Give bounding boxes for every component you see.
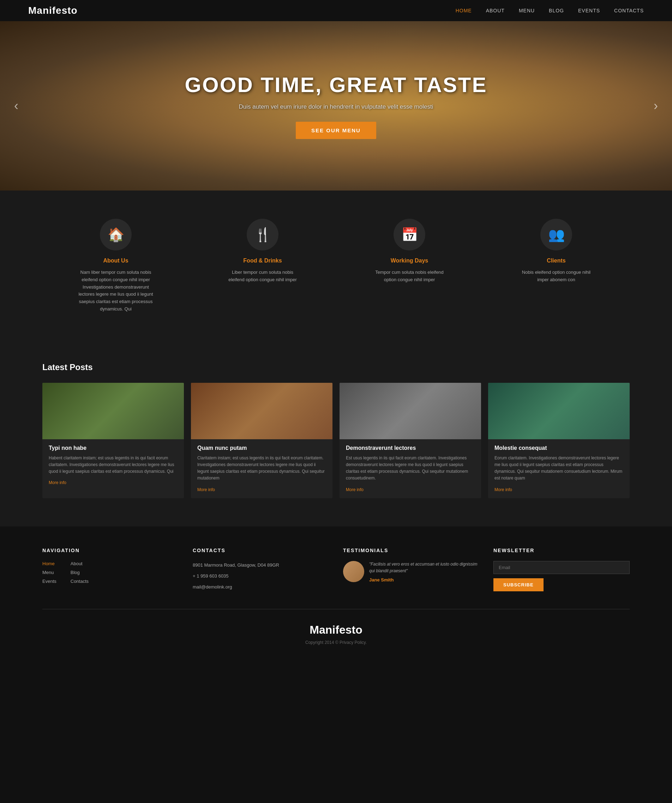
feature-food: 🍴 Food & Drinks Liber tempor cum soluta … (224, 219, 301, 284)
post-card-4: Molestie consequat Eorum claritatem. Inv… (488, 383, 630, 498)
hero-content: GOOD TIME, GREAT TASTE Duis autem vel eu… (185, 73, 487, 139)
footer: NAVIGATION Home Menu Events About Blog C… (0, 527, 672, 655)
post-card-3: Demonstraverunt lectores Est usus legent… (340, 383, 481, 498)
calendar-icon: 📅 (401, 227, 418, 242)
feature-clients: 👥 Clients Nobis eleifend option congue n… (517, 219, 595, 284)
feature-working-text: Tempor cum soluta nobis eleifend option … (371, 269, 448, 284)
feature-clients-icon-wrap: 👥 (540, 219, 572, 250)
site-logo: Manifesto (28, 5, 78, 16)
footer-contacts-info: 8901 Marmora Road, Glasgow, D04 89GR + 1… (193, 561, 329, 591)
footer-nav-col2: About Blog Contacts (71, 561, 89, 587)
feature-about-title: About Us (77, 258, 155, 264)
testimonial-content: "Facilisis at vero eros et accumsan et i… (369, 561, 479, 582)
latest-posts-title: Latest Posts (42, 362, 630, 372)
post-text-4: Eorum claritatem. Investigationes demons… (495, 455, 623, 482)
footer-nav-events[interactable]: Events (42, 579, 57, 584)
hero-title: GOOD TIME, GREAT TASTE (185, 73, 487, 97)
post-image-4 (488, 383, 630, 439)
hero-next-button[interactable]: › (654, 98, 658, 113)
footer-testimonials-col: TESTIMONIALS "Facilisis at vero eros et … (343, 548, 479, 591)
footer-address: 8901 Marmora Road, Glasgow, D04 89GR (193, 561, 329, 569)
footer-nav-col1: Home Menu Events (42, 561, 57, 587)
post-content-1: Typi non habe Habent claritatem instam; … (42, 439, 184, 491)
post-image-2 (191, 383, 332, 439)
nav-about[interactable]: ABOUT (486, 8, 505, 13)
post-content-3: Demonstraverunt lectores Est usus legent… (340, 439, 481, 498)
post-image-3 (340, 383, 481, 439)
footer-nav-title: NAVIGATION (42, 548, 179, 553)
posts-grid: Typi non habe Habent claritatem instam; … (42, 383, 630, 498)
post-link-4[interactable]: More info (495, 487, 512, 492)
post-link-2[interactable]: More info (197, 487, 215, 492)
main-nav: HOME ABOUT MENU BLOG EVENTS CONTACTS (456, 8, 644, 13)
hero-cta-button[interactable]: SEE OUR MENU (296, 122, 376, 139)
footer-contacts-col: CONTACTS 8901 Marmora Road, Glasgow, D04… (193, 548, 329, 591)
footer-bottom: Manifesto Copyright 2014 © Privacy Polic… (42, 609, 630, 655)
footer-nav-menu[interactable]: Menu (42, 570, 57, 575)
feature-working-title: Working Days (371, 258, 448, 264)
post-card-2: Quam nunc putam Claritatem instam; est u… (191, 383, 332, 498)
feature-about-icon-wrap: 🏠 (100, 219, 132, 250)
post-text-3: Est usus legentis in iis qui facit eorum… (346, 455, 475, 482)
testimonial-avatar (343, 561, 364, 582)
feature-about: 🏠 About Us Nam liber tempor cum soluta n… (77, 219, 155, 313)
feature-clients-text: Nobis eleifend option congue nihil imper… (517, 269, 595, 284)
house-icon: 🏠 (107, 227, 124, 242)
footer-phone: + 1 959 603 6035 (193, 572, 329, 580)
hero-section: ‹ GOOD TIME, GREAT TASTE Duis autem vel … (0, 21, 672, 190)
post-title-1: Typi non habe (49, 445, 177, 451)
nav-blog[interactable]: BLOG (549, 8, 564, 13)
footer-testimonials-title: TESTIMONIALS (343, 548, 479, 553)
feature-clients-title: Clients (517, 258, 595, 264)
nav-contacts[interactable]: CONTACTS (614, 8, 644, 13)
post-link-3[interactable]: More info (346, 487, 363, 492)
testimonial-author: Jane Smith (369, 577, 479, 582)
post-title-3: Demonstraverunt lectores (346, 445, 475, 451)
feature-food-title: Food & Drinks (224, 258, 301, 264)
post-text-1: Habent claritatem instam; est usus legen… (49, 455, 177, 475)
post-text-2: Claritatem instam; est usus legentis in … (197, 455, 326, 482)
newsletter-email-input[interactable] (493, 561, 630, 574)
post-title-4: Molestie consequat (495, 445, 623, 451)
footer-copyright: Copyright 2014 © Privacy Policy. (42, 640, 630, 645)
testimonial-quote: "Facilisis at vero eros et accumsan et i… (369, 561, 479, 574)
footer-nav-blog[interactable]: Blog (71, 570, 89, 575)
footer-nav-col: NAVIGATION Home Menu Events About Blog C… (42, 548, 179, 591)
footer-email: mail@demolink.org (193, 583, 329, 591)
footer-nav-home[interactable]: Home (42, 561, 57, 566)
footer-contacts-title: CONTACTS (193, 548, 329, 553)
features-section: 🏠 About Us Nam liber tempor cum soluta n… (0, 190, 672, 341)
hero-prev-button[interactable]: ‹ (14, 98, 18, 113)
feature-about-text: Nam liber tempor cum soluta nobis eleife… (77, 269, 155, 313)
post-title-2: Quam nunc putam (197, 445, 326, 451)
hero-subtitle: Duis autem vel eum iriure dolor in hendr… (185, 103, 487, 111)
feature-food-text: Liber tempor cum soluta nobis eleifend o… (224, 269, 301, 284)
latest-posts-section: Latest Posts Typi non habe Habent clarit… (0, 341, 672, 527)
post-link-1[interactable]: More info (49, 480, 66, 485)
post-content-4: Molestie consequat Eorum claritatem. Inv… (488, 439, 630, 498)
footer-nav-columns: Home Menu Events About Blog Contacts (42, 561, 179, 587)
post-card-1: Typi non habe Habent claritatem instam; … (42, 383, 184, 498)
post-image-1 (42, 383, 184, 439)
newsletter-subscribe-button[interactable]: SUBSCRIBE (493, 578, 543, 591)
post-content-2: Quam nunc putam Claritatem instam; est u… (191, 439, 332, 498)
people-icon: 👥 (548, 227, 565, 242)
footer-newsletter-title: NEWSLETTER (493, 548, 630, 553)
feature-food-icon-wrap: 🍴 (247, 219, 278, 250)
testimonial-wrap: "Facilisis at vero eros et accumsan et i… (343, 561, 479, 582)
fork-knife-icon: 🍴 (254, 227, 271, 242)
nav-home[interactable]: HOME (456, 8, 472, 13)
footer-nav-about[interactable]: About (71, 561, 89, 566)
nav-menu[interactable]: MENU (519, 8, 535, 13)
footer-logo: Manifesto (42, 623, 630, 636)
footer-nav-contacts[interactable]: Contacts (71, 579, 89, 584)
feature-working: 📅 Working Days Tempor cum soluta nobis e… (371, 219, 448, 284)
nav-events[interactable]: EVENTS (578, 8, 600, 13)
footer-grid: NAVIGATION Home Menu Events About Blog C… (42, 548, 630, 609)
header: Manifesto HOME ABOUT MENU BLOG EVENTS CO… (0, 0, 672, 21)
footer-newsletter-col: NEWSLETTER SUBSCRIBE (493, 548, 630, 591)
feature-working-icon-wrap: 📅 (394, 219, 425, 250)
